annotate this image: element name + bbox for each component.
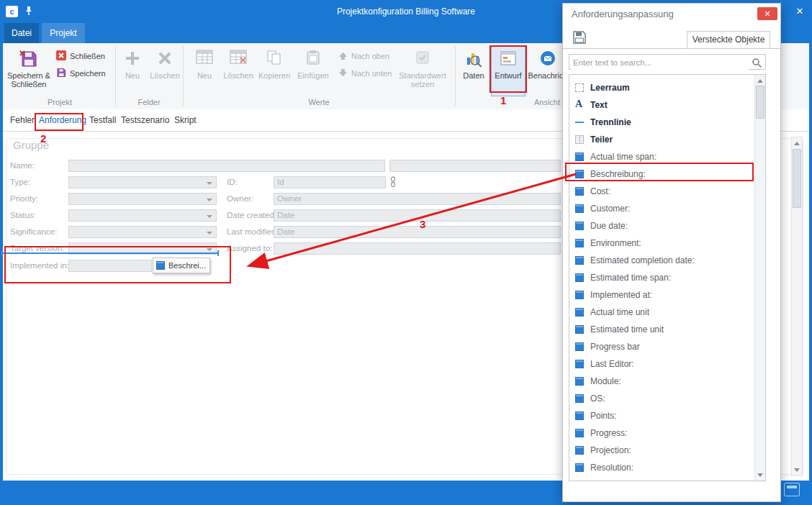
owner-field[interactable]: Owner bbox=[274, 193, 561, 205]
name-field[interactable] bbox=[68, 160, 385, 172]
save-button[interactable]: Speichern bbox=[53, 66, 114, 81]
field-icon bbox=[575, 256, 584, 265]
list-item-module[interactable]: Module: bbox=[571, 373, 757, 390]
new-value-label: Neu bbox=[197, 71, 212, 80]
copy-icon bbox=[257, 50, 292, 71]
new-field-button[interactable]: Neu bbox=[117, 46, 148, 96]
customization-close-button[interactable]: ✕ bbox=[757, 7, 777, 20]
list-item-leerraum[interactable]: Leerraum bbox=[571, 79, 757, 96]
assigned-to-field[interactable] bbox=[274, 242, 561, 255]
list-item-customer[interactable]: Customer: bbox=[571, 200, 757, 217]
field-icon bbox=[156, 261, 165, 270]
implemented-in-label: Implemented in: bbox=[10, 261, 69, 270]
list-item-points[interactable]: Points: bbox=[571, 407, 757, 424]
list-item-resolution[interactable]: Resolution: bbox=[571, 459, 757, 476]
set-default-value-button[interactable]: Standardwert setzen bbox=[394, 46, 451, 96]
list-item-trennlinie[interactable]: Trennlinie bbox=[571, 114, 757, 131]
list-item-cost[interactable]: Cost: bbox=[571, 183, 757, 200]
new-value-button[interactable]: Neu bbox=[189, 46, 220, 96]
date-created-label: Date created: bbox=[227, 211, 276, 219]
move-down-button[interactable]: Nach unten bbox=[335, 66, 402, 81]
tab-testszenario[interactable]: Testszenario bbox=[118, 112, 172, 128]
save-and-close-button[interactable]: Speichern & Schließen bbox=[6, 46, 52, 96]
priority-combo[interactable] bbox=[68, 193, 217, 205]
list-item-last-editor[interactable]: Last Editor: bbox=[571, 355, 757, 373]
list-item-estimated-completion-date[interactable]: Estimated completion date: bbox=[571, 252, 757, 269]
date-created-field[interactable]: Date bbox=[274, 209, 561, 222]
field-icon bbox=[575, 204, 584, 213]
list-item-beschreibung[interactable]: Beschreibung: bbox=[571, 165, 757, 183]
implemented-in-field[interactable] bbox=[68, 260, 152, 272]
copy-button[interactable]: Kopieren bbox=[256, 46, 292, 96]
list-item-text[interactable]: Text bbox=[571, 96, 757, 114]
field-icon bbox=[575, 187, 584, 196]
content-scrollbar[interactable] bbox=[791, 137, 803, 476]
list-item-due-date[interactable]: Due date: bbox=[571, 217, 757, 235]
search-box bbox=[569, 54, 766, 70]
list-item-implemented-at[interactable]: Implemented at: bbox=[571, 286, 757, 304]
move-up-button[interactable]: Nach oben bbox=[335, 49, 402, 63]
scroll-down-icon[interactable] bbox=[792, 465, 802, 476]
field-icon bbox=[575, 308, 584, 317]
list-item-actual-time-span[interactable]: Actual time span: bbox=[571, 148, 757, 165]
design-view-icon bbox=[492, 50, 525, 71]
move-up-label: Nach oben bbox=[351, 52, 389, 60]
list-item-progress-bar[interactable]: Progress bar bbox=[571, 338, 757, 355]
text-icon bbox=[575, 101, 584, 109]
customization-window-title: Anforderungsanpassung bbox=[572, 9, 674, 19]
default-value-icon bbox=[395, 50, 450, 71]
field-icon bbox=[575, 463, 584, 472]
empty-space-icon bbox=[575, 83, 584, 92]
save-close-label: Speichern & bbox=[7, 71, 50, 80]
ribbon-tab-projekt[interactable]: Projekt bbox=[42, 23, 85, 43]
search-icon[interactable] bbox=[752, 58, 762, 68]
status-combo[interactable] bbox=[68, 209, 217, 222]
tab-testfall[interactable]: Testfall bbox=[86, 112, 119, 128]
list-item-estimated-time-unit[interactable]: Estimated time unit bbox=[571, 321, 757, 338]
paste-button[interactable]: Einfügen bbox=[295, 46, 331, 96]
last-modified-field[interactable]: Date bbox=[274, 226, 561, 238]
name-field-extra[interactable] bbox=[389, 160, 561, 172]
list-item-projection[interactable]: Projection: bbox=[571, 442, 757, 459]
table-icon bbox=[189, 50, 220, 71]
scrollbar-thumb[interactable] bbox=[793, 149, 801, 208]
scroll-down-icon[interactable] bbox=[755, 470, 765, 481]
id-field[interactable]: Id bbox=[274, 176, 386, 188]
list-scrollbar[interactable] bbox=[754, 75, 765, 481]
bottom-panel-icon[interactable] bbox=[784, 483, 800, 496]
field-icon bbox=[575, 325, 584, 334]
design-view-button[interactable]: Entwurf bbox=[491, 46, 525, 96]
data-view-button[interactable]: Daten bbox=[458, 46, 490, 96]
save-layout-icon[interactable] bbox=[572, 29, 587, 45]
field-icon bbox=[575, 153, 584, 161]
list-item-risk[interactable]: Risk: bbox=[571, 476, 757, 481]
list-item-progress[interactable]: Progress: bbox=[571, 424, 757, 442]
hidden-objects-list: Leerraum Text Trennlinie Teiler Actual t… bbox=[569, 74, 766, 481]
delete-field-button[interactable]: Löschen bbox=[148, 46, 181, 96]
scrollbar-thumb[interactable] bbox=[756, 86, 764, 119]
list-item-actual-time-unit[interactable]: Actual time unit bbox=[571, 304, 757, 321]
tab-skript[interactable]: Skript bbox=[171, 112, 199, 128]
list-item-environment[interactable]: Environment: bbox=[571, 235, 757, 252]
scroll-up-icon[interactable] bbox=[755, 75, 765, 86]
close-project-button[interactable]: Schließen bbox=[53, 49, 114, 63]
list-item-teiler[interactable]: Teiler bbox=[571, 131, 757, 148]
dragged-item-chip[interactable]: Beschrei... bbox=[153, 258, 210, 273]
window-close-button[interactable]: ✕ bbox=[790, 3, 809, 20]
list-item-estimated-time-span[interactable]: Estimated time span: bbox=[571, 269, 757, 286]
scroll-up-icon[interactable] bbox=[792, 137, 802, 148]
significance-combo[interactable] bbox=[68, 226, 217, 238]
copy-label: Kopieren bbox=[258, 71, 290, 80]
delete-value-button[interactable]: Löschen bbox=[222, 46, 255, 96]
field-icon bbox=[575, 170, 584, 178]
list-item-os[interactable]: OS: bbox=[571, 390, 757, 407]
ribbon-tab-datei[interactable]: Datei bbox=[4, 23, 39, 43]
field-icon bbox=[575, 429, 584, 437]
search-input[interactable] bbox=[572, 55, 749, 70]
tab-fehler[interactable]: Fehler bbox=[7, 112, 37, 128]
hidden-objects-tab[interactable]: Versteckte Objekte bbox=[687, 31, 770, 49]
arrow-up-icon bbox=[338, 51, 348, 62]
priority-label: Priority: bbox=[10, 194, 38, 203]
tab-anforderung[interactable]: Anforderung bbox=[36, 112, 89, 128]
type-combo[interactable] bbox=[68, 176, 217, 188]
